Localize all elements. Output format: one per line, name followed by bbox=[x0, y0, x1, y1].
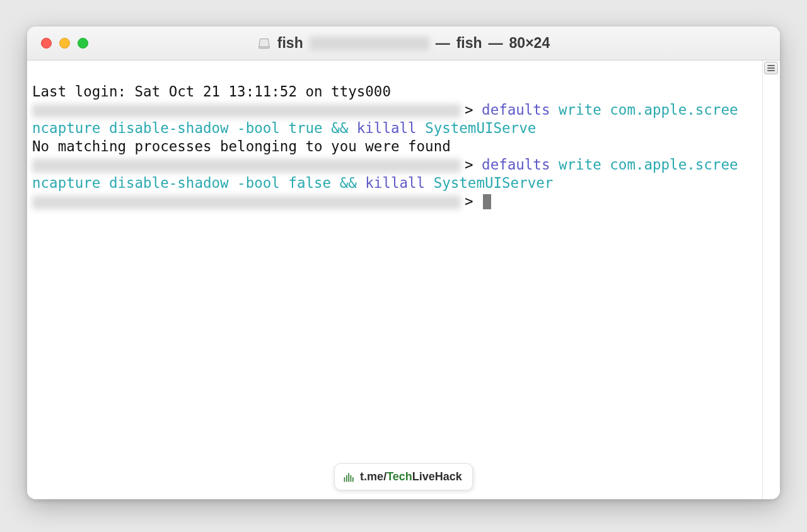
minimize-button[interactable] bbox=[59, 38, 70, 49]
op-and: && bbox=[331, 120, 348, 136]
cmd-args: write com.apple.scree bbox=[559, 101, 738, 118]
prompt-redacted bbox=[32, 159, 461, 173]
cmd-defaults: defaults bbox=[482, 101, 550, 118]
cmd-args2: SystemUIServe bbox=[425, 120, 536, 136]
cmd-args2: SystemUIServer bbox=[434, 175, 554, 191]
watermark-brand1: Tech bbox=[386, 470, 412, 483]
cursor bbox=[483, 194, 491, 209]
last-login-line: Last login: Sat Oct 21 13:11:52 on ttys0… bbox=[32, 83, 391, 100]
terminal-body[interactable]: Last login: Sat Oct 21 13:11:52 on ttys0… bbox=[27, 61, 780, 499]
title-redacted bbox=[310, 37, 429, 50]
prompt-chevron: > bbox=[465, 156, 473, 173]
watermark-brand2: LiveHack bbox=[412, 470, 462, 483]
prompt-chevron: > bbox=[465, 193, 473, 209]
scrollbar-gutter[interactable] bbox=[762, 61, 780, 499]
title-sep: — bbox=[436, 35, 450, 52]
op-and: && bbox=[340, 175, 357, 191]
traffic-lights bbox=[27, 38, 88, 49]
watermark-logo-icon bbox=[342, 471, 355, 483]
cmd-args-wrap: ncapture disable-shadow -bool true bbox=[32, 120, 323, 136]
title-shell: fish bbox=[456, 35, 482, 52]
folder-icon bbox=[257, 37, 271, 50]
watermark-badge: t.me/TechLiveHack bbox=[334, 463, 473, 490]
prompt-redacted bbox=[32, 195, 461, 209]
title-size: 80×24 bbox=[509, 35, 550, 52]
watermark-prefix: t.me/ bbox=[360, 470, 386, 483]
close-button[interactable] bbox=[41, 38, 52, 49]
terminal-window: fish — fish — 80×24 Last login: Sat Oct … bbox=[27, 26, 780, 499]
cmd-killall: killall bbox=[365, 175, 425, 191]
prompt-chevron: > bbox=[465, 101, 473, 118]
svg-rect-0 bbox=[259, 47, 270, 49]
output-line: No matching processes belonging to you w… bbox=[32, 138, 451, 154]
title-sep2: — bbox=[489, 35, 503, 52]
cmd-args: write com.apple.scree bbox=[559, 156, 738, 173]
terminal-content: Last login: Sat Oct 21 13:11:52 on ttys0… bbox=[32, 64, 780, 229]
pane-toggle-icon[interactable] bbox=[764, 62, 778, 74]
prompt-redacted bbox=[32, 104, 461, 118]
cmd-defaults: defaults bbox=[482, 156, 550, 173]
maximize-button[interactable] bbox=[78, 38, 88, 49]
cmd-killall: killall bbox=[357, 120, 417, 136]
window-titlebar: fish — fish — 80×24 bbox=[27, 26, 780, 61]
title-prefix: fish bbox=[277, 35, 303, 52]
window-title: fish — fish — 80×24 bbox=[27, 35, 780, 52]
cmd-args-wrap: ncapture disable-shadow -bool false bbox=[32, 175, 331, 191]
